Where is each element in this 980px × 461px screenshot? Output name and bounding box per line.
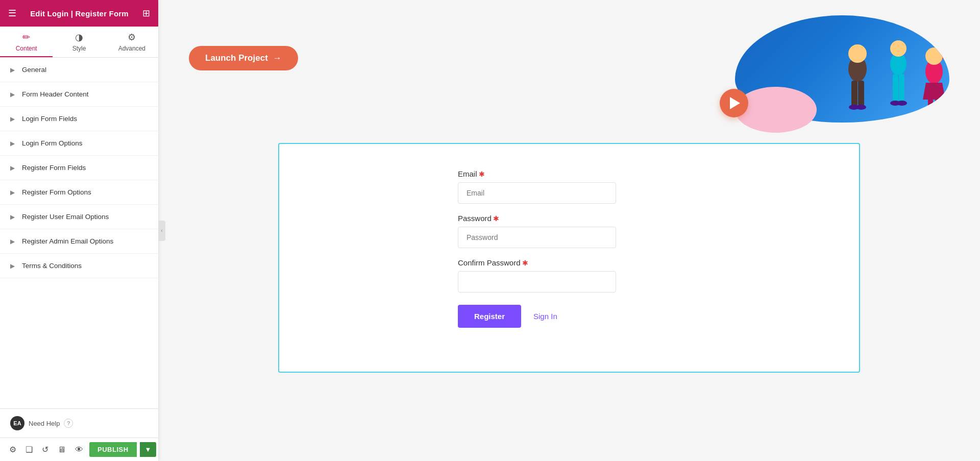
panel-title: Edit Login | Register Form: [30, 9, 129, 18]
svg-point-5: [856, 105, 866, 110]
confirm-password-label-text: Confirm Password: [458, 258, 521, 267]
panel-header: ☰ Edit Login | Register Form ⊞: [0, 0, 158, 27]
section-user-email-label: Register User Email Options: [22, 213, 109, 221]
content-tab-icon: ✏: [22, 32, 30, 43]
need-help-text: Need Help: [29, 420, 60, 427]
chevron-icon-form-header: ▶: [10, 91, 15, 98]
tab-content-label: Content: [16, 45, 37, 52]
svg-rect-9: [899, 74, 904, 102]
register-button[interactable]: Register: [458, 305, 521, 328]
section-register-options-label: Register Form Options: [22, 188, 91, 196]
menu-icon[interactable]: ☰: [8, 8, 16, 19]
desktop-icon[interactable]: 🖥: [55, 443, 69, 456]
section-general-label: General: [22, 66, 46, 74]
section-register-user-email[interactable]: ▶ Register User Email Options: [0, 205, 158, 229]
password-required-star: ✱: [493, 214, 499, 223]
svg-point-7: [890, 40, 906, 57]
chevron-icon-general: ▶: [10, 66, 15, 74]
section-admin-email-label: Register Admin Email Options: [22, 237, 113, 245]
sign-in-link[interactable]: Sign In: [533, 312, 557, 321]
section-terms-conditions[interactable]: ▶ Terms & Conditions: [0, 254, 158, 278]
play-triangle-icon: [730, 97, 740, 109]
password-field-group: Password ✱: [458, 214, 616, 248]
chevron-icon-terms: ▶: [10, 262, 15, 270]
email-field-group: Email ✱: [458, 169, 616, 204]
figure-1: [837, 31, 878, 123]
figure-3: [914, 26, 949, 123]
main-content: Launch Project →: [158, 0, 980, 461]
tab-advanced[interactable]: ⚙ Advanced: [106, 27, 158, 57]
email-label: Email ✱: [458, 169, 616, 178]
panel-tabs: ✏ Content ◑ Style ⚙ Advanced: [0, 27, 158, 58]
email-input[interactable]: [458, 182, 616, 204]
main-area: Launch Project →: [158, 0, 980, 461]
email-label-text: Email: [458, 169, 477, 178]
section-register-form-fields[interactable]: ▶ Register Form Fields: [0, 156, 158, 180]
section-login-fields-label: Login Form Fields: [22, 115, 77, 123]
svg-point-11: [897, 101, 907, 106]
left-panel: ☰ Edit Login | Register Form ⊞ ✏ Content…: [0, 0, 158, 461]
figure-2: [878, 20, 919, 123]
section-form-header-content[interactable]: ▶ Form Header Content: [0, 82, 158, 107]
pink-decoration-circle: [735, 87, 817, 133]
svg-point-19: [933, 117, 943, 123]
launch-project-button[interactable]: Launch Project →: [189, 46, 298, 70]
tab-style[interactable]: ◑ Style: [53, 27, 105, 57]
help-icon[interactable]: ?: [64, 419, 73, 428]
confirm-password-input[interactable]: [458, 271, 616, 293]
password-label-text: Password: [458, 214, 492, 223]
section-register-form-options[interactable]: ▶ Register Form Options: [0, 180, 158, 205]
svg-rect-17: [935, 99, 940, 119]
preview-icon[interactable]: 👁: [72, 443, 86, 456]
play-button[interactable]: [720, 89, 748, 117]
password-input[interactable]: [458, 227, 616, 248]
tab-advanced-label: Advanced: [118, 45, 145, 52]
advanced-tab-icon: ⚙: [128, 32, 136, 43]
chevron-icon-register-options: ▶: [10, 189, 15, 196]
svg-rect-2: [851, 81, 857, 106]
tab-content[interactable]: ✏ Content: [0, 27, 53, 57]
collapse-panel-handle[interactable]: ‹: [158, 221, 165, 241]
section-login-form-options[interactable]: ▶ Login Form Options: [0, 131, 158, 156]
form-fields: Email ✱ Password ✱ Confirm Pas: [458, 169, 616, 328]
history-icon[interactable]: ↺: [39, 443, 52, 456]
confirm-password-label: Confirm Password ✱: [458, 258, 616, 267]
form-actions: Register Sign In: [458, 305, 616, 328]
tab-style-label: Style: [72, 45, 86, 52]
section-register-fields-label: Register Form Fields: [22, 164, 86, 172]
section-login-form-fields[interactable]: ▶ Login Form Fields: [0, 107, 158, 131]
confirm-password-required-star: ✱: [522, 259, 528, 267]
chevron-icon-register-fields: ▶: [10, 164, 15, 172]
svg-marker-15: [923, 83, 945, 100]
publish-arrow-button[interactable]: ▼: [140, 442, 157, 457]
chevron-icon-login-fields: ▶: [10, 115, 15, 123]
chevron-icon-user-email: ▶: [10, 213, 15, 221]
chevron-icon-admin-email: ▶: [10, 238, 15, 245]
style-tab-icon: ◑: [75, 32, 83, 43]
section-login-options-label: Login Form Options: [22, 139, 83, 147]
panel-sections: ▶ General ▶ Form Header Content ▶ Login …: [0, 58, 158, 408]
register-form-section: Email ✱ Password ✱ Confirm Pas: [278, 143, 860, 373]
layers-icon[interactable]: ❏: [22, 443, 36, 456]
bottom-bar: ⚙ ❏ ↺ 🖥 👁 PUBLISH ▼: [0, 438, 158, 461]
chevron-icon-login-options: ▶: [10, 140, 15, 147]
section-general[interactable]: ▶ General: [0, 58, 158, 82]
svg-rect-3: [858, 81, 864, 106]
svg-point-1: [848, 44, 867, 63]
settings-icon[interactable]: ⚙: [6, 443, 19, 456]
grid-icon[interactable]: ⊞: [142, 8, 150, 19]
section-form-header-label: Form Header Content: [22, 90, 89, 98]
launch-project-label: Launch Project: [205, 53, 268, 63]
password-label: Password ✱: [458, 214, 616, 223]
publish-button[interactable]: PUBLISH: [89, 442, 137, 457]
illustration-area: [704, 15, 949, 128]
svg-rect-16: [928, 99, 933, 119]
section-terms-label: Terms & Conditions: [22, 262, 82, 270]
launch-arrow-icon: →: [273, 53, 282, 63]
svg-rect-8: [893, 74, 898, 102]
section-register-admin-email[interactable]: ▶ Register Admin Email Options: [0, 229, 158, 254]
top-section: Launch Project →: [158, 0, 980, 138]
confirm-password-field-group: Confirm Password ✱: [458, 258, 616, 293]
email-required-star: ✱: [479, 170, 485, 178]
ea-badge: EA: [10, 416, 24, 430]
